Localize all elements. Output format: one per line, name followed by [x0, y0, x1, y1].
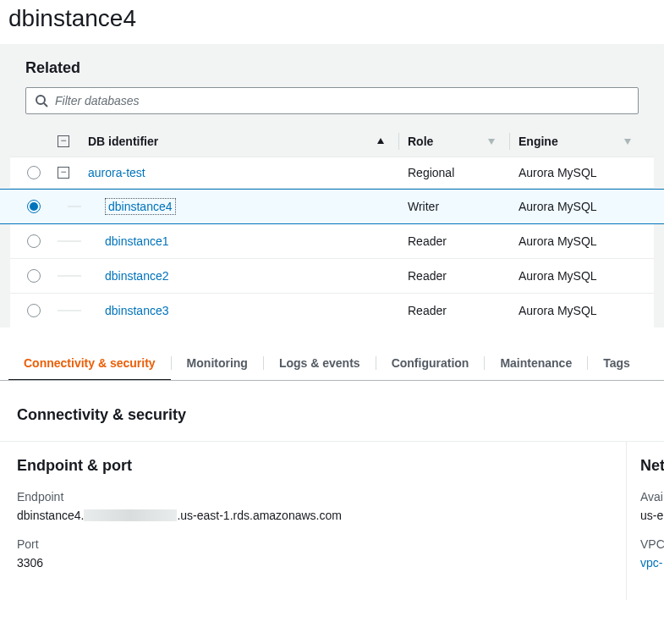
redacted-segment [84, 509, 177, 521]
role-cell: Writer [408, 200, 439, 213]
filter-databases-input[interactable] [25, 87, 639, 114]
table-row: dbinstance1 Reader Aurora MySQL [10, 224, 654, 259]
engine-cell: Aurora MySQL [519, 200, 597, 213]
port-label: Port [17, 537, 609, 551]
endpoint-label: Endpoint [17, 490, 609, 504]
engine-cell: Aurora MySQL [519, 304, 597, 317]
vpc-label: VPC [640, 537, 664, 551]
search-icon [35, 94, 48, 107]
db-identifier-link[interactable]: dbinstance3 [105, 304, 169, 317]
sort-asc-icon[interactable] [376, 135, 390, 148]
table-header-row: − DB identifier Role Engine [10, 126, 654, 157]
svg-marker-2 [377, 138, 384, 144]
role-cell: Reader [408, 269, 447, 283]
sort-icon[interactable] [487, 135, 501, 148]
select-row-radio[interactable] [27, 269, 41, 283]
az-value: us-e [640, 509, 664, 522]
collapse-cluster-toggle[interactable]: − [58, 167, 69, 179]
tree-branch-icon [58, 233, 83, 250]
databases-table: − DB identifier Role Engine [10, 126, 654, 328]
db-identifier-link[interactable]: dbinstance2 [105, 269, 169, 283]
networking-heading: Net [640, 457, 664, 475]
table-row: dbinstance2 Reader Aurora MySQL [10, 259, 654, 294]
endpoint-value: dbinstance4..us-east-1.rds.amazonaws.com [17, 509, 609, 522]
engine-cell: Aurora MySQL [519, 269, 597, 283]
column-header-engine[interactable]: Engine [519, 135, 558, 148]
vpc-link[interactable]: vpc- [640, 556, 664, 570]
table-body: − aurora-test Regional Aurora MySQL dbin… [10, 157, 654, 328]
db-identifier-link[interactable]: dbinstance4 [105, 198, 176, 215]
role-cell: Regional [408, 166, 454, 179]
related-heading: Related [10, 59, 654, 87]
select-row-radio[interactable] [27, 200, 41, 213]
networking-panel: Net Avai us-e VPC vpc- [626, 441, 664, 600]
engine-cell: Aurora MySQL [519, 234, 597, 248]
tab-monitoring[interactable]: Monitoring [172, 346, 263, 380]
svg-point-0 [36, 96, 45, 104]
tab-tags[interactable]: Tags [588, 346, 645, 380]
connectivity-security-heading: Connectivity & security [0, 381, 664, 441]
select-row-radio[interactable] [27, 304, 41, 317]
column-header-db-identifier[interactable]: DB identifier [88, 135, 158, 148]
table-row: − aurora-test Regional Aurora MySQL [10, 157, 654, 189]
detail-tabs: Connectivity & security Monitoring Logs … [0, 346, 664, 381]
endpoint-port-heading: Endpoint & port [17, 457, 609, 475]
svg-line-1 [44, 103, 47, 107]
svg-marker-3 [488, 139, 495, 145]
page-title: dbinstance4 [0, 0, 664, 44]
tab-logs-events[interactable]: Logs & events [264, 346, 376, 380]
role-cell: Reader [408, 304, 447, 317]
column-header-role[interactable]: Role [408, 135, 433, 148]
tab-connectivity-security[interactable]: Connectivity & security [8, 346, 171, 380]
tab-configuration[interactable]: Configuration [376, 346, 485, 380]
tree-branch-icon [58, 302, 83, 319]
db-identifier-link[interactable]: dbinstance1 [105, 234, 169, 248]
table-row: dbinstance4 Writer Aurora MySQL [0, 189, 664, 224]
related-panel: Related − DB identifier Role [0, 44, 664, 328]
db-identifier-link[interactable]: aurora-test [88, 166, 145, 179]
svg-marker-4 [624, 139, 631, 145]
sort-icon[interactable] [623, 135, 637, 148]
select-row-radio[interactable] [27, 234, 41, 248]
port-value: 3306 [17, 556, 609, 570]
endpoint-port-panel: Endpoint & port Endpoint dbinstance4..us… [0, 441, 626, 600]
collapse-all-toggle[interactable]: − [58, 135, 69, 147]
engine-cell: Aurora MySQL [519, 166, 597, 179]
role-cell: Reader [408, 234, 447, 248]
tree-branch-icon [58, 267, 83, 284]
az-label: Avai [640, 490, 664, 504]
tree-branch-icon [58, 198, 83, 215]
filter-databases-field[interactable] [55, 94, 638, 107]
tab-maintenance[interactable]: Maintenance [485, 346, 587, 380]
select-row-radio[interactable] [27, 166, 41, 179]
table-row: dbinstance3 Reader Aurora MySQL [10, 294, 654, 328]
